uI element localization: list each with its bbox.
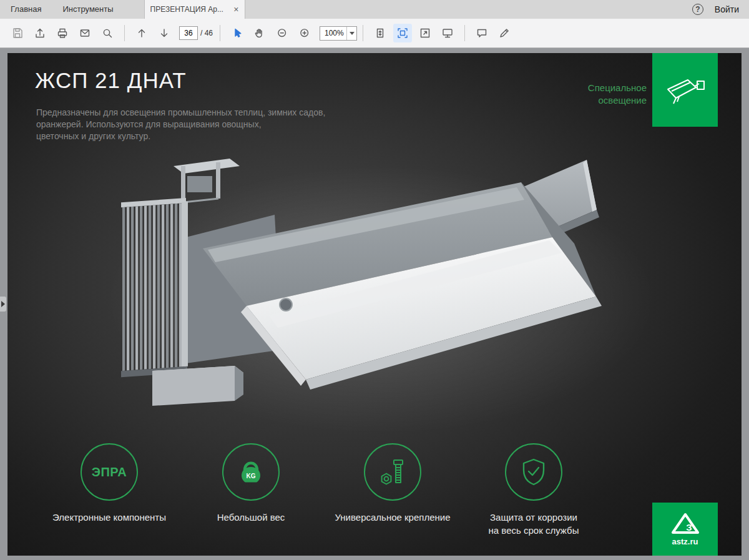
feature-item: KG Небольшой вес xyxy=(179,443,323,524)
luminaire-product-image xyxy=(87,150,680,431)
slide-title: ЖСП 21 ДНАТ xyxy=(35,68,187,93)
feature-label: Электронные компоненты xyxy=(37,511,181,524)
pencil-icon xyxy=(498,27,511,39)
select-tool-button[interactable] xyxy=(228,24,247,42)
subtitle-line: оранжерей. Используются для выращивания … xyxy=(36,119,325,130)
zoom-level-dropdown[interactable]: 100% xyxy=(320,26,357,41)
email-icon xyxy=(79,27,91,39)
arrow-up-icon xyxy=(135,27,148,39)
feature-circle-corrosion xyxy=(505,443,562,501)
fit-one-page-button[interactable] xyxy=(371,24,389,42)
feature-circle-mounting xyxy=(364,443,421,501)
sidebar-toggle-button[interactable] xyxy=(0,297,6,312)
floodlight-icon xyxy=(663,71,708,109)
kg-text: KG xyxy=(247,473,256,479)
brand-url: astz.ru xyxy=(672,537,698,546)
feature-label: Защита от коррозии на весь срок службы xyxy=(462,511,605,537)
presentation-screen-icon xyxy=(441,27,454,39)
share-icon xyxy=(34,27,46,39)
tab-tools[interactable]: Инструменты xyxy=(52,0,124,19)
share-button[interactable] xyxy=(31,24,49,42)
astz-logo-icon: З xyxy=(670,512,701,536)
save-button[interactable] xyxy=(8,24,27,42)
hand-tool-button[interactable] xyxy=(250,24,269,42)
tab-document[interactable]: ПРЕЗЕНТАЦИЯ Ар... × xyxy=(144,0,245,19)
page-number-input[interactable] xyxy=(179,26,198,40)
arrow-down-icon xyxy=(158,27,170,39)
page-total-label: / 46 xyxy=(200,29,213,37)
bolt-and-nut-icon xyxy=(378,457,407,487)
fullscreen-button[interactable] xyxy=(416,24,434,42)
zoom-caret-button[interactable] xyxy=(346,27,356,40)
feature-item: Защита от коррозии на весь срок службы xyxy=(462,443,605,537)
subtitle-line: цветочных и других культур. xyxy=(36,130,325,142)
tabbar-right: ? Войти xyxy=(692,0,749,19)
kettlebell-icon: KG xyxy=(237,456,265,488)
reading-mode-button[interactable] xyxy=(438,24,457,42)
fit-page-icon xyxy=(374,27,386,39)
category-line: освещение xyxy=(588,94,647,107)
category-label: Специальное освещение xyxy=(588,82,647,107)
epra-text-icon: ЭПРА xyxy=(92,465,127,479)
speech-bubble-icon xyxy=(476,27,488,39)
plus-circle-icon xyxy=(298,27,311,39)
subtitle-line: Предназначены для освещения промышленных… xyxy=(36,107,325,119)
feature-item: ЭПРА Электронные компоненты xyxy=(37,443,181,524)
app-tab-bar: Главная Инструменты ПРЕЗЕНТАЦИЯ Ар... × … xyxy=(0,0,749,19)
zoom-level-value: 100% xyxy=(320,29,346,37)
cursor-arrow-icon xyxy=(231,27,243,39)
chevron-down-icon xyxy=(350,32,355,35)
zoom-in-button[interactable] xyxy=(295,24,314,42)
print-icon xyxy=(56,27,69,39)
document-viewer: ЖСП 21 ДНАТ Предназначены для освещения … xyxy=(0,48,749,560)
feature-label: Универсальное крепление xyxy=(321,511,464,524)
brand-badge: З astz.ru xyxy=(652,503,718,556)
toolbar-separator xyxy=(124,25,125,41)
tab-home[interactable]: Главная xyxy=(0,0,52,19)
svg-text:З: З xyxy=(686,522,692,533)
comment-button[interactable] xyxy=(472,24,491,42)
sign-in-button[interactable]: Войти xyxy=(715,4,739,14)
next-page-button[interactable] xyxy=(155,24,174,42)
toolbar-separator xyxy=(363,25,363,41)
chevron-right-icon xyxy=(1,301,5,307)
minus-circle-icon xyxy=(276,27,288,39)
feature-circle-electronics: ЭПРА xyxy=(81,443,138,501)
draw-button[interactable] xyxy=(495,24,514,42)
feature-label-line: на весь срок службы xyxy=(462,524,605,537)
slide-subtitle: Предназначены для освещения промышленных… xyxy=(36,107,325,142)
search-icon xyxy=(101,27,114,39)
document-tab-title: ПРЕЗЕНТАЦИЯ Ар... xyxy=(150,5,230,14)
fit-width-icon xyxy=(396,27,409,39)
help-icon[interactable]: ? xyxy=(692,4,703,15)
search-button[interactable] xyxy=(98,24,117,42)
print-button[interactable] xyxy=(53,24,72,42)
expand-icon xyxy=(419,27,431,39)
close-icon[interactable]: × xyxy=(233,5,238,14)
category-badge xyxy=(652,53,718,127)
feature-item: Универсальное крепление xyxy=(321,443,464,524)
toolbar-separator xyxy=(464,25,465,41)
category-line: Специальное xyxy=(588,82,647,94)
feature-label-line: Защита от коррозии xyxy=(462,511,605,524)
pdf-toolbar: / 46 100% xyxy=(0,19,749,48)
feature-label: Небольшой вес xyxy=(179,511,323,524)
shield-check-icon xyxy=(520,458,547,486)
previous-page-button[interactable] xyxy=(132,24,151,42)
feature-circle-weight: KG xyxy=(222,443,280,501)
pdf-page: ЖСП 21 ДНАТ Предназначены для освещения … xyxy=(7,53,742,556)
zoom-out-button[interactable] xyxy=(273,24,291,42)
email-button[interactable] xyxy=(76,24,94,42)
hand-icon xyxy=(253,27,266,39)
toolbar-separator xyxy=(220,25,220,41)
fit-width-button[interactable] xyxy=(393,24,412,42)
save-icon xyxy=(11,27,24,39)
